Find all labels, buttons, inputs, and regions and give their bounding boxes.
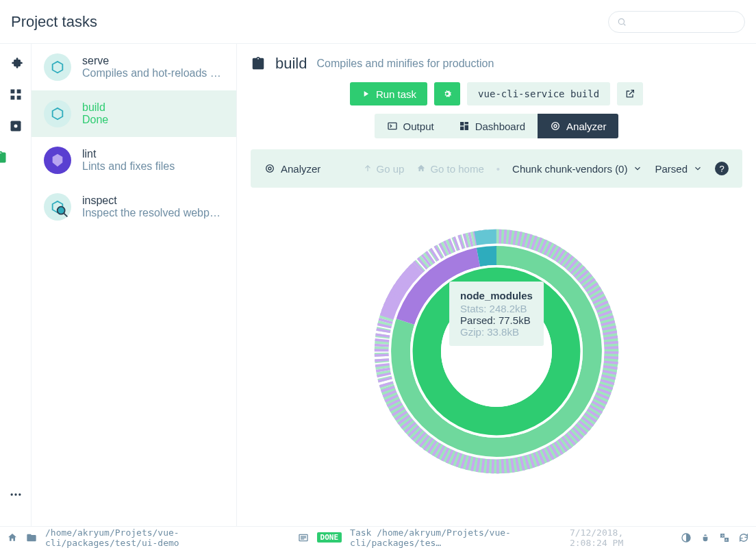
donut-icon bbox=[550, 121, 561, 132]
svg-point-9 bbox=[14, 493, 16, 495]
svg-rect-17 bbox=[460, 127, 464, 130]
svg-rect-14 bbox=[460, 122, 464, 125]
task-name: inspect bbox=[82, 195, 224, 207]
svg-text:文: 文 bbox=[721, 533, 724, 537]
content-subtitle: Compiles and minifies for production bbox=[316, 58, 494, 70]
timestamp: 7/12/2018, 2:08:24 PM bbox=[570, 527, 664, 548]
task-desc: Inspect the resolved webpac… bbox=[82, 207, 224, 219]
clipboard-icon bbox=[251, 56, 266, 71]
task-desc: Done bbox=[82, 114, 108, 126]
task-name: serve bbox=[82, 55, 224, 67]
log-icon[interactable] bbox=[298, 532, 309, 543]
tab-output[interactable]: Output bbox=[375, 114, 446, 138]
chunk-dropdown[interactable]: Chunk chunk-vendors (0) bbox=[512, 163, 642, 175]
open-external-button[interactable] bbox=[617, 82, 643, 105]
task-lint[interactable]: lint Lints and fixes files bbox=[32, 137, 236, 184]
mode-dropdown[interactable]: Parsed bbox=[655, 163, 703, 175]
task-desc: Lints and fixes files bbox=[82, 160, 175, 173]
project-path: /home/akryum/Projets/vue-cli/packages/te… bbox=[45, 527, 270, 548]
translate-icon[interactable]: 文A bbox=[719, 532, 730, 543]
tooltip-gzip: Gzip: 33.8kB bbox=[460, 326, 533, 338]
contrast-icon[interactable] bbox=[681, 532, 692, 543]
svg-rect-3 bbox=[16, 90, 21, 94]
go-home-button[interactable]: Go to home bbox=[416, 163, 483, 175]
svg-point-18 bbox=[552, 123, 559, 130]
svg-point-10 bbox=[18, 493, 21, 495]
svg-line-12 bbox=[64, 213, 67, 216]
go-up-button[interactable]: Go up bbox=[363, 163, 405, 175]
task-serve[interactable]: serve Compiles and hot-reloads fo… bbox=[32, 44, 236, 90]
plugins-icon[interactable] bbox=[9, 56, 23, 70]
task-name: lint bbox=[82, 148, 175, 160]
search-input[interactable] bbox=[608, 11, 745, 33]
tab-label: Analyzer bbox=[566, 121, 606, 132]
bug-icon[interactable] bbox=[700, 532, 711, 543]
box-icon bbox=[44, 100, 71, 127]
search-icon bbox=[617, 17, 627, 27]
svg-line-1 bbox=[624, 23, 626, 25]
tooltip-parsed: Parsed: 77.5kB bbox=[460, 314, 533, 326]
folder-icon[interactable] bbox=[26, 532, 37, 543]
svg-point-7 bbox=[14, 125, 17, 128]
tooltip-stats: Stats: 248.2kB bbox=[460, 303, 533, 314]
home-icon[interactable] bbox=[7, 532, 18, 543]
task-message: Task /home/akryum/Projets/vue-cli/packag… bbox=[350, 527, 562, 548]
analyzer-title: Analyzer bbox=[264, 163, 320, 175]
dependencies-icon[interactable] bbox=[9, 88, 23, 101]
help-button[interactable]: ? bbox=[715, 162, 729, 175]
gear-icon bbox=[442, 88, 453, 99]
svg-rect-4 bbox=[10, 96, 14, 100]
svg-point-8 bbox=[10, 493, 12, 495]
chart-tooltip: node_modules Stats: 248.2kB Parsed: 77.5… bbox=[449, 282, 544, 346]
refresh-icon[interactable] bbox=[738, 532, 749, 543]
tasks-icon[interactable] bbox=[0, 151, 16, 164]
tab-label: Dashboard bbox=[475, 121, 525, 132]
svg-rect-15 bbox=[464, 122, 468, 124]
page-title: Project tasks bbox=[11, 13, 608, 31]
command-display[interactable]: vue-cli-service build bbox=[467, 82, 610, 105]
svg-point-11 bbox=[58, 207, 65, 214]
dashboard-icon bbox=[459, 121, 470, 132]
svg-point-21 bbox=[268, 167, 271, 170]
play-icon bbox=[361, 89, 370, 99]
content-title: build bbox=[275, 55, 307, 73]
box-search-icon bbox=[44, 193, 71, 221]
tab-label: Output bbox=[403, 121, 434, 132]
run-task-button[interactable]: Run task bbox=[350, 82, 427, 105]
svg-rect-2 bbox=[10, 90, 14, 94]
settings-button[interactable] bbox=[434, 82, 460, 105]
tooltip-title: node_modules bbox=[460, 290, 533, 301]
separator: • bbox=[496, 163, 500, 175]
task-inspect[interactable]: inspect Inspect the resolved webpac… bbox=[32, 184, 236, 230]
sunburst-chart[interactable] bbox=[373, 228, 620, 475]
svg-rect-5 bbox=[16, 96, 21, 100]
tab-dashboard[interactable]: Dashboard bbox=[446, 114, 538, 138]
external-link-icon bbox=[625, 88, 635, 99]
terminal-icon bbox=[387, 121, 398, 132]
chevron-down-icon bbox=[693, 164, 703, 173]
task-name: build bbox=[82, 101, 108, 114]
hexagon-icon bbox=[44, 147, 71, 174]
svg-rect-16 bbox=[464, 125, 468, 130]
svg-text:A: A bbox=[725, 538, 727, 541]
donut-icon bbox=[264, 163, 275, 174]
task-build[interactable]: build Done bbox=[32, 90, 236, 137]
config-icon[interactable] bbox=[9, 119, 23, 133]
svg-point-0 bbox=[618, 18, 624, 24]
svg-point-20 bbox=[266, 165, 274, 173]
svg-point-19 bbox=[554, 125, 557, 127]
home-icon bbox=[416, 164, 426, 173]
task-desc: Compiles and hot-reloads fo… bbox=[82, 67, 224, 79]
arrow-up-icon bbox=[363, 164, 373, 173]
more-icon[interactable] bbox=[9, 488, 23, 501]
run-task-label: Run task bbox=[376, 88, 416, 100]
svg-rect-13 bbox=[388, 123, 396, 129]
box-icon bbox=[44, 53, 71, 81]
chevron-down-icon bbox=[633, 164, 642, 173]
status-badge: DONE bbox=[317, 532, 342, 543]
tab-analyzer[interactable]: Analyzer bbox=[538, 114, 618, 138]
